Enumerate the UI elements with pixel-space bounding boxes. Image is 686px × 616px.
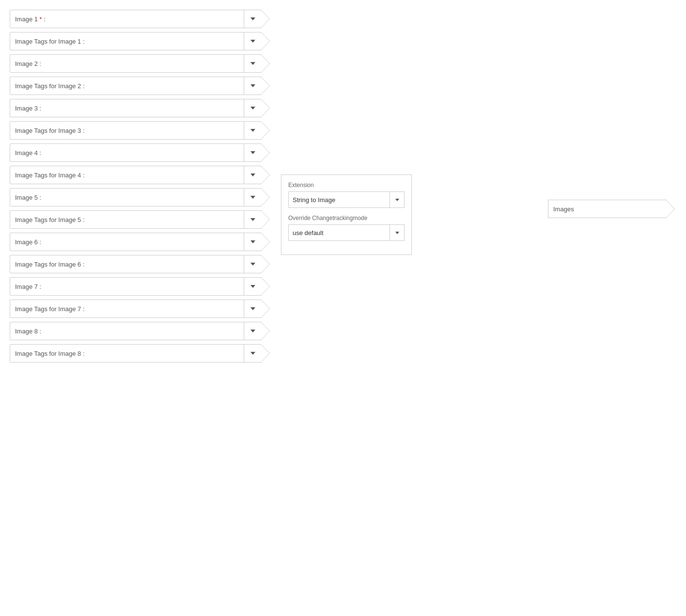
- dropdown-field-imagetags5[interactable]: Image Tags for Image 5 :: [10, 210, 262, 229]
- left-panel: Image 1 * :Image Tags for Image 1 :Image…: [10, 10, 262, 606]
- chevron-down-icon: [250, 129, 255, 132]
- field-label-imagetags4: Image Tags for Image 4 :: [10, 172, 244, 179]
- dropdown-field-imagetags3[interactable]: Image Tags for Image 3 :: [10, 121, 262, 140]
- chevron-down-icon: [250, 218, 255, 221]
- chevron-down-icon: [250, 330, 255, 332]
- field-label-image4: Image 4 :: [10, 149, 244, 157]
- dropdown-arrow-btn-image4[interactable]: [244, 144, 261, 161]
- chevron-down-icon: [250, 174, 255, 176]
- field-label-image8: Image 8 :: [10, 328, 244, 335]
- chevron-down-icon: [250, 151, 255, 154]
- field-label-imagetags8: Image Tags for Image 8 :: [10, 350, 244, 357]
- chevron-down-icon: [250, 17, 255, 20]
- field-label-image5: Image 5 :: [10, 194, 244, 201]
- dropdown-field-image7[interactable]: Image 7 :: [10, 277, 262, 296]
- field-label-imagetags1: Image Tags for Image 1 :: [10, 38, 244, 45]
- chevron-down-icon: [250, 62, 255, 65]
- override-dropdown[interactable]: use default: [288, 224, 405, 241]
- dropdown-arrow-btn-image1[interactable]: [244, 10, 261, 28]
- dropdown-arrow-btn-imagetags4[interactable]: [244, 166, 261, 184]
- dropdown-field-image6[interactable]: Image 6 :: [10, 233, 262, 251]
- field-label-imagetags3: Image Tags for Image 3 :: [10, 127, 244, 134]
- dropdown-field-imagetags7[interactable]: Image Tags for Image 7 :: [10, 300, 262, 318]
- dropdown-arrow-btn-imagetags7[interactable]: [244, 300, 261, 317]
- override-label: Override Changetrackingmode: [288, 215, 405, 221]
- field-label-imagetags6: Image Tags for Image 6 :: [10, 261, 244, 268]
- dropdown-arrow-btn-image8[interactable]: [244, 322, 261, 340]
- dropdown-field-image1[interactable]: Image 1 * :: [10, 10, 262, 28]
- chevron-down-icon: [250, 40, 255, 43]
- chevron-down-icon: [395, 199, 399, 201]
- field-label-imagetags7: Image Tags for Image 7 :: [10, 305, 244, 313]
- chevron-down-icon: [250, 263, 255, 266]
- dropdown-arrow-btn-image5[interactable]: [244, 189, 261, 206]
- images-output-field: Images: [548, 200, 667, 218]
- dropdown-field-imagetags1[interactable]: Image Tags for Image 1 :: [10, 32, 262, 50]
- dropdown-arrow-btn-imagetags1[interactable]: [244, 32, 261, 50]
- field-label-imagetags2: Image Tags for Image 2 :: [10, 82, 244, 90]
- extension-dropdown[interactable]: String to Image: [288, 191, 405, 208]
- dropdown-field-imagetags6[interactable]: Image Tags for Image 6 :: [10, 255, 262, 273]
- chevron-down-icon: [250, 352, 255, 355]
- dropdown-field-image2[interactable]: Image 2 :: [10, 54, 262, 73]
- chevron-down-icon: [250, 196, 255, 199]
- dropdown-arrow-btn-image6[interactable]: [244, 233, 261, 251]
- extension-value: String to Image: [289, 196, 390, 204]
- dropdown-arrow-btn-image3[interactable]: [244, 99, 261, 117]
- dropdown-field-imagetags2[interactable]: Image Tags for Image 2 :: [10, 77, 262, 95]
- dropdown-arrow-btn-imagetags8[interactable]: [244, 345, 261, 362]
- chevron-down-icon-2: [395, 232, 399, 234]
- chevron-down-icon: [250, 107, 255, 110]
- dropdown-field-image4[interactable]: Image 4 :: [10, 143, 262, 162]
- images-output-label: Images: [553, 205, 574, 213]
- field-label-image7: Image 7 :: [10, 283, 244, 290]
- dropdown-field-image5[interactable]: Image 5 :: [10, 188, 262, 206]
- dropdown-arrow-btn-imagetags6[interactable]: [244, 255, 261, 273]
- extension-label: Extension: [288, 182, 405, 189]
- dropdown-arrow-btn-image7[interactable]: [244, 278, 261, 295]
- required-asterisk: *: [40, 16, 42, 23]
- images-connector: [666, 200, 675, 218]
- chevron-down-icon: [250, 307, 255, 310]
- override-value: use default: [289, 229, 390, 237]
- dropdown-field-image3[interactable]: Image 3 :: [10, 99, 262, 117]
- dropdown-arrow-btn-imagetags2[interactable]: [244, 77, 261, 95]
- dropdown-field-imagetags4[interactable]: Image Tags for Image 4 :: [10, 166, 262, 184]
- dropdown-arrow-btn-imagetags3[interactable]: [244, 122, 261, 139]
- page-container: Image 1 * :Image Tags for Image 1 :Image…: [0, 0, 686, 616]
- dropdown-field-image8[interactable]: Image 8 :: [10, 322, 262, 340]
- field-label-image2: Image 2 :: [10, 60, 244, 67]
- override-dropdown-arrow[interactable]: [390, 225, 404, 240]
- middle-area: Extension String to Image Override Chang…: [262, 10, 676, 606]
- field-label-image3: Image 3 :: [10, 105, 244, 112]
- chevron-down-icon: [250, 240, 255, 243]
- field-label-image1: Image 1 * :: [10, 16, 244, 23]
- field-label-imagetags5: Image Tags for Image 5 :: [10, 216, 244, 223]
- field-label-image6: Image 6 :: [10, 238, 244, 246]
- extension-box: Extension String to Image Override Chang…: [281, 174, 412, 255]
- chevron-down-icon: [250, 285, 255, 288]
- dropdown-arrow-btn-image2[interactable]: [244, 55, 261, 72]
- extension-dropdown-arrow[interactable]: [390, 192, 404, 207]
- dropdown-arrow-btn-imagetags5[interactable]: [244, 211, 261, 228]
- dropdown-field-imagetags8[interactable]: Image Tags for Image 8 :: [10, 344, 262, 363]
- chevron-down-icon: [250, 84, 255, 87]
